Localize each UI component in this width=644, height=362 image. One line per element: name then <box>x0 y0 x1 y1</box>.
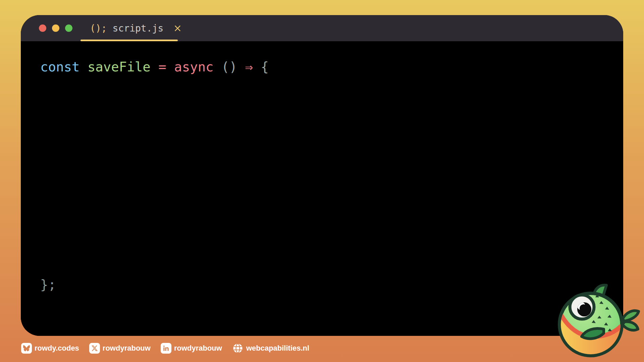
footer-link-label: rowdy.codes <box>35 344 79 353</box>
footer-link-label: rowdyrabouw <box>103 344 151 353</box>
x-icon <box>89 343 100 354</box>
token-close-brace: }; <box>40 277 56 292</box>
fish-mascot <box>548 280 644 362</box>
footer-link-linkedin[interactable]: rowdyrabouw <box>161 343 222 354</box>
tab-filename: script.js <box>113 23 164 34</box>
window-zoom-button[interactable] <box>65 24 72 32</box>
code-editor-window: (); script.js const saveFile = async () … <box>21 15 623 336</box>
token-open-brace: { <box>253 59 269 74</box>
footer-link-website[interactable]: webcapabilities.nl <box>232 343 309 354</box>
editor-content: const saveFile = async () ⇒ { }; <box>21 41 623 336</box>
token-async: async <box>174 59 213 74</box>
footer-link-bluesky[interactable]: rowdy.codes <box>21 343 79 354</box>
bluesky-icon <box>21 343 32 354</box>
code-line-1: const saveFile = async () ⇒ { <box>40 60 269 74</box>
token-const: const <box>40 59 79 74</box>
globe-icon <box>232 343 244 354</box>
linkedin-icon <box>161 343 171 354</box>
slide-background: (); script.js const saveFile = async () … <box>0 0 644 362</box>
traffic-lights <box>39 15 72 41</box>
footer-links: rowdy.codes rowdyrabouw rowdyrabouw <box>21 343 309 354</box>
tab-prefix: (); <box>90 23 107 34</box>
code-line-2: }; <box>40 278 56 292</box>
token-savefile: saveFile <box>79 59 150 74</box>
window-minimize-button[interactable] <box>52 24 59 32</box>
footer-link-label: webcapabilities.nl <box>246 344 309 353</box>
tab-close-icon[interactable] <box>173 24 182 33</box>
window-close-button[interactable] <box>39 24 46 32</box>
fish-mascot-graphic <box>548 280 644 362</box>
token-equals: = <box>151 59 174 74</box>
footer-link-x[interactable]: rowdyrabouw <box>89 343 151 354</box>
footer-link-label: rowdyrabouw <box>174 344 222 353</box>
token-arrow: ⇒ <box>245 59 253 74</box>
tab-script-js[interactable]: (); script.js <box>80 15 178 41</box>
window-titlebar: (); script.js <box>21 15 623 41</box>
token-parens: () <box>214 59 245 74</box>
